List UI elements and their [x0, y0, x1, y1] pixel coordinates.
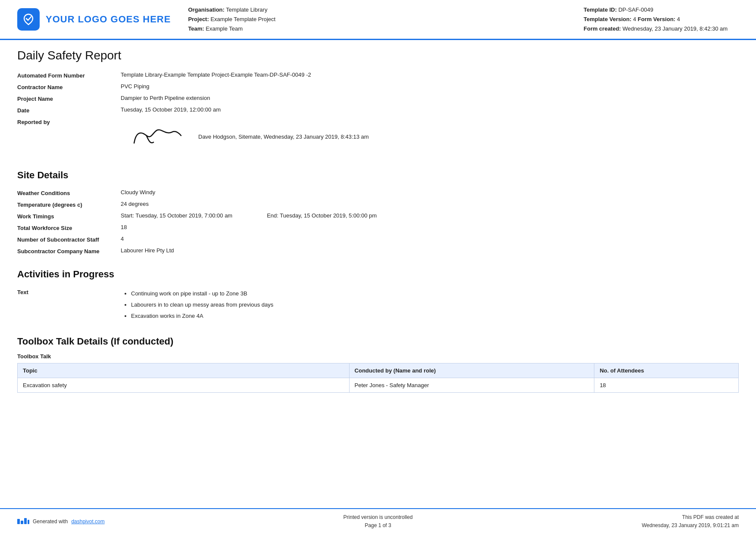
- template-id-value: DP-SAF-0049: [619, 6, 653, 13]
- col-conducted-header: Conducted by (Name and role): [349, 363, 594, 378]
- page-header: YOUR LOGO GOES HERE Organisation: Templa…: [0, 0, 756, 40]
- work-timings-end: End: Tuesday, 15 October 2019, 5:00:00 p…: [267, 212, 377, 219]
- main-content: Daily Safety Report Automated Form Numbe…: [0, 40, 756, 410]
- org-label: Organisation:: [188, 6, 225, 13]
- list-item: Continuing work on pipe install - up to …: [131, 288, 739, 299]
- template-version-label: Template Version:: [584, 16, 631, 22]
- svg-rect-1: [21, 521, 23, 524]
- logo-area: YOUR LOGO GOES HERE: [17, 8, 171, 31]
- contractor-label: Contractor Name: [17, 83, 121, 90]
- work-timings-values: Start: Tuesday, 15 October 2019, 7:00:00…: [121, 212, 739, 219]
- footer-left: Generated with dashpivot.com: [17, 517, 258, 526]
- template-id-label: Template ID:: [584, 6, 617, 13]
- reported-by-label: Reported by: [17, 118, 121, 125]
- footer-center: Printed version is uncontrolled Page 1 o…: [258, 513, 498, 530]
- workforce-row: Total Workforce Size 18: [17, 222, 739, 233]
- project-label: Project:: [188, 16, 209, 22]
- cell-conducted-by: Peter Jones - Safety Manager: [349, 378, 594, 393]
- workforce-value: 18: [121, 224, 739, 230]
- table-row: Excavation safety Peter Jones - Safety M…: [18, 378, 739, 393]
- reported-by-row: Reported by Dave Hodgson, Sitemate, Wedn…: [17, 116, 739, 158]
- form-version-label: Form Version:: [638, 16, 675, 22]
- reported-by-value: Dave Hodgson, Sitemate, Wednesday, 23 Ja…: [121, 118, 739, 155]
- subcontractor-company-value: Labourer Hire Pty Ltd: [121, 247, 739, 254]
- form-created-value: Wednesday, 23 January 2019, 8:42:30 am: [622, 25, 728, 32]
- footer-uncontrolled: Printed version is uncontrolled: [258, 513, 498, 522]
- automated-form-value: Template Library-Example Template Projec…: [121, 71, 739, 78]
- col-topic-header: Topic: [18, 363, 350, 378]
- automated-form-row: Automated Form Number Template Library-E…: [17, 69, 739, 81]
- activities-text-label: Text: [17, 288, 121, 295]
- svg-rect-2: [24, 518, 27, 524]
- contractor-value: PVC Piping: [121, 83, 739, 90]
- automated-form-label: Automated Form Number: [17, 71, 121, 79]
- toolbox-sub-label: Toolbox Talk: [17, 353, 739, 360]
- activities-heading: Activities in Progress: [17, 269, 739, 280]
- weather-row: Weather Conditions Cloudy Windy: [17, 187, 739, 199]
- activities-row: Text Continuing work on pipe install - u…: [17, 286, 739, 324]
- work-timings-start: Start: Tuesday, 15 October 2019, 7:00:00…: [121, 212, 232, 219]
- work-timings-row: Work Timings Start: Tuesday, 15 October …: [17, 210, 739, 222]
- activities-list-container: Continuing work on pipe install - up to …: [121, 288, 739, 322]
- svg-rect-0: [17, 519, 20, 524]
- reported-by-text: Dave Hodgson, Sitemate, Wednesday, 23 Ja…: [198, 134, 369, 140]
- header-right: Template ID: DP-SAF-0049 Template Versio…: [584, 5, 739, 34]
- org-value: Template Library: [226, 6, 267, 13]
- signature-image: [119, 115, 191, 158]
- page-footer: Generated with dashpivot.com Printed ver…: [0, 508, 756, 534]
- toolbox-table: Topic Conducted by (Name and role) No. o…: [17, 363, 739, 393]
- team-label: Team:: [188, 25, 204, 32]
- team-value: Example Team: [206, 25, 243, 32]
- temperature-label: Temperature (degrees c): [17, 201, 121, 208]
- footer-page: Page 1 of 3: [258, 522, 498, 530]
- cell-attendees: 18: [594, 378, 739, 393]
- dashpivot-link[interactable]: dashpivot.com: [71, 518, 104, 525]
- project-value: Example Template Project: [210, 16, 275, 22]
- date-label: Date: [17, 106, 121, 114]
- svg-rect-3: [28, 520, 29, 524]
- subcontractor-company-row: Subcontractor Company Name Labourer Hire…: [17, 245, 739, 257]
- weather-label: Weather Conditions: [17, 189, 121, 196]
- contractor-row: Contractor Name PVC Piping: [17, 81, 739, 93]
- signature-area: Dave Hodgson, Sitemate, Wednesday, 23 Ja…: [121, 118, 739, 155]
- subcontractor-staff-value: 4: [121, 236, 739, 242]
- list-item: Excavation works in Zone 4A: [131, 310, 739, 322]
- temperature-value: 24 degrees: [121, 201, 739, 207]
- date-row: Date Tuesday, 15 October 2019, 12:00:00 …: [17, 104, 739, 116]
- activities-list: Continuing work on pipe install - up to …: [121, 288, 739, 322]
- site-details-heading: Site Details: [17, 170, 739, 181]
- subcontractor-staff-label: Number of Subcontractor Staff: [17, 236, 121, 243]
- report-title: Daily Safety Report: [17, 49, 739, 62]
- cell-topic: Excavation safety: [18, 378, 350, 393]
- logo-icon: [17, 8, 40, 31]
- form-created-label: Form created:: [584, 25, 621, 32]
- list-item: Labourers in to clean up messy areas fro…: [131, 299, 739, 310]
- header-center: Organisation: Template Library Project: …: [171, 5, 584, 34]
- footer-pdf-created-date: Wednesday, 23 January 2019, 9:01:21 am: [498, 522, 739, 530]
- footer-generated-text: Generated with: [33, 518, 68, 525]
- footer-pdf-created-text: This PDF was created at: [498, 513, 739, 522]
- project-name-label: Project Name: [17, 95, 121, 102]
- template-version-value: 4: [633, 16, 636, 22]
- toolbox-heading: Toolbox Talk Details (If conducted): [17, 336, 739, 347]
- date-value: Tuesday, 15 October 2019, 12:00:00 am: [121, 106, 739, 113]
- workforce-label: Total Workforce Size: [17, 224, 121, 231]
- project-name-value: Dampier to Perth Pipeline extension: [121, 95, 739, 101]
- logo-text: YOUR LOGO GOES HERE: [46, 14, 171, 25]
- weather-value: Cloudy Windy: [121, 189, 739, 196]
- project-row: Project Name Dampier to Perth Pipeline e…: [17, 93, 739, 104]
- subcontractor-company-label: Subcontractor Company Name: [17, 247, 121, 255]
- subcontractor-staff-row: Number of Subcontractor Staff 4: [17, 233, 739, 245]
- work-timings-label: Work Timings: [17, 212, 121, 220]
- footer-right: This PDF was created at Wednesday, 23 Ja…: [498, 513, 739, 530]
- col-attendees-header: No. of Attendees: [594, 363, 739, 378]
- form-version-value: 4: [677, 16, 680, 22]
- temperature-row: Temperature (degrees c) 24 degrees: [17, 199, 739, 210]
- footer-logo-icon: [17, 517, 29, 526]
